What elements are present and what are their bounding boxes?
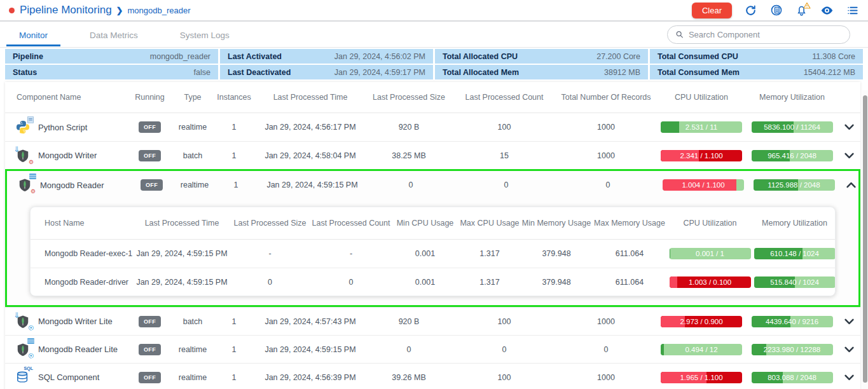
column-header: Last Processed Time — [256, 93, 364, 102]
running-toggle[interactable]: OFF — [139, 121, 161, 133]
host-row: Mongodb Reader-exec-1Jan 29, 2024, 4:59:… — [31, 240, 835, 268]
breadcrumb-chevron-icon: ❯ — [116, 6, 123, 15]
search-component-box[interactable] — [667, 25, 850, 44]
audit-history-icon[interactable] — [769, 4, 783, 17]
running-toggle[interactable]: OFF — [139, 344, 161, 355]
instances: 1 — [212, 123, 256, 132]
memory-utilization-bar: 610.148 / 1024 — [754, 248, 836, 259]
vertical-scrollbar[interactable] — [862, 90, 868, 389]
memory-utilization-value: 515.840 / 1024 — [754, 276, 836, 288]
mongodb-reader-icon: ⚙ — [17, 177, 34, 193]
summary-pipeline: Pipeline mongodb_reader — [5, 49, 218, 64]
python-icon — [15, 119, 32, 135]
max-cpu-usage: 1.317 — [458, 249, 521, 258]
sub-column-header: Max CPU Usage — [458, 219, 521, 228]
max-memory-usage: 611.064 — [591, 249, 668, 258]
column-header: CPU Utilization — [657, 93, 746, 102]
last-processed-size: 0 — [366, 181, 455, 189]
last-processed-count: 100 — [453, 317, 555, 326]
scrollbar-thumb[interactable] — [863, 95, 867, 383]
component-name: Mongodb Reader Lite — [38, 345, 118, 354]
column-header: Last Processed Size — [364, 93, 453, 102]
last-processed-time: Jan 29, 2024, 4:58:04 PM — [256, 151, 364, 160]
total-records: 0 — [557, 181, 659, 189]
expand-chevron-icon[interactable] — [838, 124, 860, 130]
component-type: realtime — [174, 345, 212, 354]
total-records: 1000 — [555, 151, 657, 160]
host-detail-card: Host NameLast Processed TimeLast Process… — [30, 207, 836, 296]
cpu-utilization-bar: 0.001 / 1 — [670, 248, 751, 259]
summary-last-deactivated: Last Deactivated Jan 29, 2024, 4:59:17 P… — [220, 65, 433, 79]
cpu-utilization-value: 0.494 / 12 — [661, 344, 742, 355]
cpu-utilization-value: 0.001 / 1 — [670, 248, 751, 259]
running-toggle[interactable]: OFF — [139, 372, 161, 383]
search-icon — [675, 30, 684, 39]
component-type: batch — [174, 151, 212, 160]
memory-utilization-value: 803.088 / 2048 — [752, 372, 833, 383]
component-name: Python Script — [38, 123, 87, 132]
list-menu-icon[interactable] — [846, 4, 859, 17]
refresh-icon[interactable] — [744, 4, 757, 17]
tab-bar: Monitor Data Metrics System Logs — [0, 22, 868, 48]
host-name: Mongodb Reader-exec-1 — [39, 249, 134, 258]
column-header: Memory Utilization — [746, 93, 838, 102]
last-processed-count: 0 — [455, 181, 557, 189]
sub-column-header: Last Processed Time — [134, 219, 230, 228]
tab-system-logs[interactable]: System Logs — [179, 24, 231, 46]
last-processed-count: 15 — [453, 151, 555, 160]
sub-column-header: Min Memory Usage — [521, 219, 591, 228]
expand-chevron-icon[interactable] — [838, 346, 860, 353]
component-name: Mongodb Writer Lite — [38, 317, 113, 326]
search-input[interactable] — [689, 30, 842, 39]
column-header: Last Processed Count — [453, 93, 555, 102]
memory-utilization-value: 5836.100 / 11264 — [752, 121, 833, 133]
last-processed-time: Jan 29, 2024, 4:59:15 PM — [258, 181, 366, 189]
running-toggle[interactable]: OFF — [141, 179, 163, 191]
expand-chevron-icon[interactable] — [838, 318, 860, 325]
summary-total-consumed-mem: Total Consumed Mem 15404.212 MB — [650, 65, 863, 79]
cpu-utilization-value: 2.973 / 0.900 — [661, 316, 742, 327]
header-actions: Clear — [692, 3, 859, 18]
last-processed-size: 920 B — [364, 123, 453, 132]
expand-chevron-icon[interactable] — [838, 374, 860, 381]
sql-icon: SQL — [15, 369, 32, 386]
cpu-utilization-bar: 2.531 / 11 — [661, 121, 742, 133]
clear-button[interactable]: Clear — [692, 3, 732, 18]
last-processed-count: - — [310, 249, 392, 258]
component-name: SQL Component — [38, 372, 99, 382]
breadcrumb: mongodb_reader — [128, 6, 191, 15]
sub-column-header: Memory Utilization — [752, 219, 836, 228]
cpu-utilization-value: 1.004 / 1.100 — [663, 179, 744, 191]
running-toggle[interactable]: OFF — [139, 316, 161, 327]
memory-utilization-value: 1125.988 / 2048 — [754, 179, 835, 191]
tab-data-metrics[interactable]: Data Metrics — [88, 24, 139, 46]
tab-monitor[interactable]: Monitor — [18, 24, 49, 46]
running-toggle[interactable]: OFF — [139, 150, 161, 161]
alerts-bell-icon[interactable] — [795, 4, 808, 17]
top-header: Pipeline Monitoring ❯ mongodb_reader Cle… — [0, 0, 868, 22]
watch-eye-icon[interactable] — [820, 4, 834, 17]
cpu-utilization-bar: 1.965 / 1.100 — [661, 372, 742, 383]
total-records: 1000 — [555, 317, 657, 326]
column-header: Total Number Of Records — [555, 93, 657, 102]
last-processed-size: 0 — [364, 345, 453, 354]
page-title: Pipeline Monitoring — [20, 4, 112, 17]
cpu-utilization-bar: 1.004 / 1.100 — [663, 179, 744, 191]
component-row: ⇓⦿Mongodb Writer LiteOFFbatch1Jan 29, 20… — [5, 307, 860, 335]
last-processed-count: 100 — [453, 373, 555, 382]
summary-status: Status false — [5, 65, 218, 79]
max-memory-usage: 611.064 — [591, 278, 668, 287]
cpu-utilization-bar: 2.341 / 1.100 — [661, 150, 742, 161]
mongodb-writer-lite-icon: ⇓⦿ — [15, 313, 32, 330]
expand-chevron-icon[interactable] — [838, 153, 860, 159]
expand-chevron-icon[interactable] — [840, 182, 862, 188]
component-row: Python ScriptOFFrealtime1Jan 29, 2024, 4… — [5, 113, 860, 141]
sub-column-header: Last Processed Count — [310, 219, 392, 228]
component-type: batch — [174, 317, 212, 326]
memory-utilization-bar: 965.416 / 2048 — [752, 150, 833, 161]
sub-column-header: CPU Utilization — [668, 219, 752, 228]
cpu-utilization-bar: 1.003 / 0.100 — [670, 276, 751, 288]
component-row: SQLSQL ComponentOFFrealtime1Jan 29, 2024… — [5, 363, 860, 389]
last-processed-size: - — [230, 249, 310, 258]
memory-utilization-value: 610.148 / 1024 — [754, 248, 836, 259]
